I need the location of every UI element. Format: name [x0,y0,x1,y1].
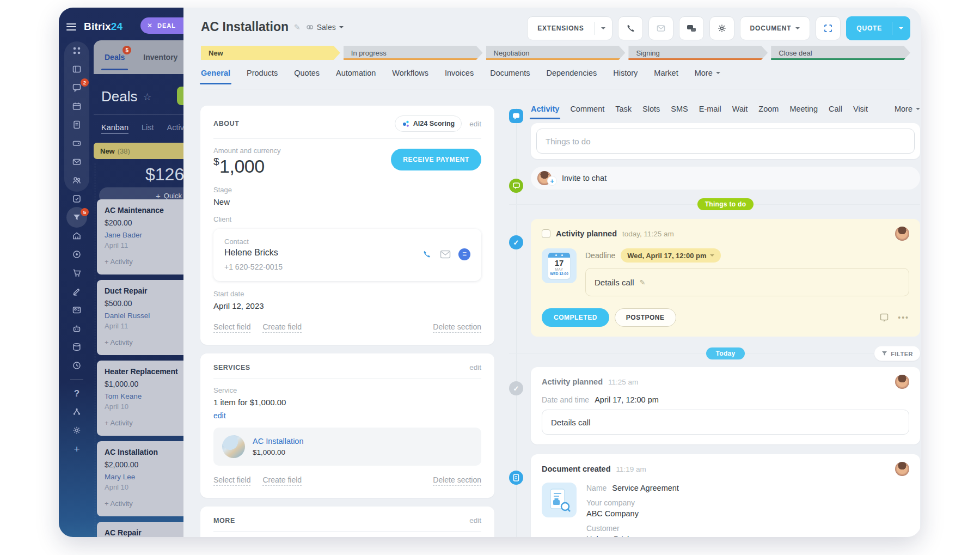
drive-icon[interactable] [64,134,89,153]
extensions-button[interactable]: EXTENSIONS [527,16,612,40]
edit-title-icon[interactable]: ✎ [294,23,301,32]
delete-section-link[interactable]: Delete section [433,322,481,333]
timeline-tab[interactable]: Zoom [758,105,779,119]
deal-tab[interactable]: Quotes [294,69,320,84]
deal-tab[interactable]: Documents [490,69,530,84]
mail-icon[interactable] [440,250,451,259]
timeline-tab[interactable]: Task [615,105,632,119]
filter-button[interactable]: FILTER [874,346,920,361]
help-icon[interactable]: ? [64,384,89,402]
messenger-icon[interactable]: 2 [64,78,89,97]
crm-icon[interactable]: 5 [64,208,89,227]
stage-chip[interactable]: Signing [628,46,768,60]
deal-chip[interactable]: ✕ DEAL [140,17,183,34]
deal-tab[interactable]: Market [654,69,678,84]
more-actions-icon[interactable]: ••• [898,313,909,322]
structure-icon[interactable] [64,402,89,421]
call-button[interactable] [618,16,643,40]
deal-tab[interactable]: Workflows [392,69,428,84]
kanban-board-icon[interactable] [64,60,89,78]
document-preview-icon[interactable] [542,483,577,517]
document-button[interactable]: DOCUMENT [740,16,811,40]
deal-card[interactable]: Duct Repair $500.00 Daniel Russel April … [97,280,183,355]
pipeline-selector[interactable]: Sales [306,23,344,32]
phone-icon[interactable] [421,249,432,260]
apps-grid-icon[interactable] [64,41,89,60]
add-icon[interactable]: + [64,440,89,458]
fullscreen-button[interactable] [816,16,841,40]
invite-to-chat[interactable]: + Invite to chat [531,167,920,190]
sales-icon[interactable] [64,264,89,282]
e-sign-icon[interactable] [64,282,89,301]
deal-tab[interactable]: More [695,69,720,84]
email-button[interactable] [648,16,673,40]
kanban-green-button[interactable] [177,87,183,105]
stage-chip[interactable]: In progress [344,46,483,60]
tab-deals[interactable]: Deals5 [105,53,125,62]
services-edit-link[interactable]: edit [469,363,481,371]
ai24-scoring-chip[interactable]: AI24 Scoring [395,115,462,132]
entry-details-box[interactable]: Details call [542,410,909,435]
product-name-link[interactable]: AC Installation [253,437,304,446]
stage-chip[interactable]: Close deal [771,46,910,60]
note-icon[interactable] [879,313,889,322]
edit-pencil-icon[interactable]: ✎ [640,278,646,286]
timeline-tab[interactable]: E-mail [699,105,721,119]
stage-chip[interactable]: Negotiation [486,46,626,60]
employees-icon[interactable] [64,171,89,190]
activity-details-box[interactable]: Details call ✎ [585,268,909,296]
create-field-link[interactable]: Create field [262,322,302,333]
kanban-view-tab[interactable]: Activity [167,123,183,134]
ai-icon[interactable] [64,319,89,338]
select-field-link[interactable]: Select field [213,322,250,333]
deal-tab[interactable]: Automation [336,69,376,84]
messenger-icon[interactable]: ☰ [458,248,470,260]
timeline-tab[interactable]: SMS [671,105,688,119]
contact-phone[interactable]: +1 620-522-0015 [224,263,470,271]
timeline-tab[interactable]: Visit [853,105,868,119]
quote-button[interactable]: QUOTE [846,16,910,40]
about-edit-link[interactable]: edit [469,120,481,128]
menu-hamburger-icon[interactable] [66,23,76,31]
deadline-chip[interactable]: Wed, April 17, 12:00 pm [621,248,721,263]
contact-center-icon[interactable] [64,301,89,319]
calendar-icon[interactable] [64,97,89,115]
kanban-view-tab[interactable]: Kanban [101,123,128,134]
service-edit-link[interactable]: edit [213,411,481,420]
timeline-tab[interactable]: Comment [570,105,604,119]
kanban-view-tab[interactable]: List [142,123,154,134]
close-icon[interactable]: ✕ [147,22,153,29]
kanban-column-header[interactable]: New(38) [94,143,183,159]
deal-tab[interactable]: General [201,69,230,84]
settings-button[interactable] [709,16,734,40]
select-field-link[interactable]: Select field [213,475,250,486]
time-icon[interactable] [64,356,89,375]
mail-icon[interactable] [64,153,89,171]
deal-tab[interactable]: History [613,69,638,84]
more-edit-link[interactable]: edit [469,516,481,524]
postpone-button[interactable]: POSTPONE [615,308,676,327]
chat-button[interactable] [679,16,704,40]
tasks-icon[interactable] [64,190,89,208]
deal-card[interactable]: AC Maintenance $200.00 Jane Bader April … [97,199,183,275]
deal-card[interactable]: Heater Replacement $1,000.00 Tom Keane A… [97,361,183,436]
timeline-tab[interactable]: Wait [732,105,748,119]
market-icon[interactable] [64,227,89,245]
stage-chip[interactable]: New [201,46,340,60]
settings-icon[interactable] [64,421,89,440]
timeline-tab[interactable]: Activity [531,105,559,119]
deal-tab[interactable]: Dependencies [547,69,597,84]
activity-checkbox[interactable] [542,229,550,238]
timeline-tab[interactable]: Meeting [789,105,818,119]
favorite-star-icon[interactable]: ☆ [143,91,151,103]
delete-section-link[interactable]: Delete section [433,475,481,486]
deal-tab[interactable]: Invoices [445,69,474,84]
deal-card[interactable]: AC Repair [97,522,183,537]
create-field-link[interactable]: Create field [262,475,302,486]
deal-tab[interactable]: Products [247,69,278,84]
deal-card[interactable]: AC Installation $2,000.00 Mary Lee April… [97,441,183,516]
bi-analytics-icon[interactable] [64,338,89,356]
todo-input[interactable]: Things to do [536,129,915,154]
marketing-icon[interactable] [64,245,89,264]
tab-inventory[interactable]: Inventory [143,53,177,62]
